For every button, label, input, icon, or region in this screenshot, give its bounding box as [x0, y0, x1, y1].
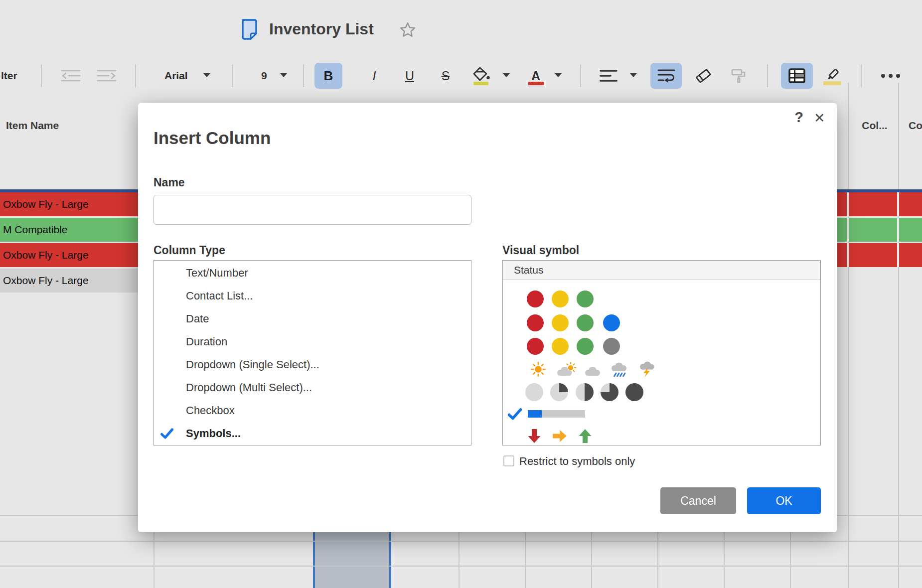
- column-type-option-checkbox[interactable]: Checkbox: [154, 399, 471, 422]
- sheet-row-cells[interactable]: [837, 218, 922, 242]
- symbol-yellow-circle[interactable]: [552, 291, 569, 307]
- cell-item-name: M Compatible: [0, 224, 68, 236]
- font-size-select[interactable]: 9: [261, 70, 267, 82]
- symbol-harvey-empty[interactable]: [525, 383, 543, 401]
- more-options-ellipsis-icon[interactable]: [881, 74, 900, 78]
- progress-bar-fill: [528, 410, 542, 418]
- symbol-rainy-icon[interactable]: [609, 361, 629, 377]
- toolbar-divider: [767, 64, 768, 87]
- symbol-up-arrow-green[interactable]: [579, 429, 592, 443]
- grid-column-line: [154, 532, 154, 588]
- symbol-set-selector[interactable]: Status: [503, 261, 820, 280]
- column-type-option-contact-list[interactable]: Contact List...: [154, 285, 471, 307]
- eraser-icon[interactable]: [695, 69, 711, 83]
- grid-column-line: [657, 532, 658, 588]
- toolbar-divider: [580, 64, 581, 87]
- symbol-harvey-full[interactable]: [625, 383, 643, 401]
- paint-roller-icon[interactable]: [731, 68, 746, 84]
- cancel-button[interactable]: Cancel: [660, 487, 736, 514]
- strikethrough-button[interactable]: S: [439, 68, 453, 84]
- column-type-list: Text/Number Contact List... Date Duratio…: [154, 260, 471, 445]
- smartsheet-app: Inventory List lter Arial 9 B I: [0, 0, 922, 588]
- bold-button[interactable]: B: [314, 63, 342, 89]
- help-icon[interactable]: ?: [792, 109, 806, 126]
- font-size-caret-icon[interactable]: [280, 73, 287, 77]
- highlighter-icon[interactable]: [824, 65, 840, 80]
- indent-icon[interactable]: [97, 69, 117, 82]
- grid-column-line: [898, 83, 899, 588]
- grid-column-line: [525, 532, 526, 588]
- column-type-option-dropdown-single[interactable]: Dropdown (Single Select)...: [154, 353, 471, 376]
- italic-button[interactable]: I: [367, 68, 381, 84]
- symbol-red-circle[interactable]: [527, 291, 544, 307]
- symbol-down-arrow-red[interactable]: [528, 429, 541, 443]
- sheet-row-cells[interactable]: [837, 192, 922, 216]
- symbol-sunny-icon[interactable]: [531, 362, 546, 377]
- grid-column-line: [459, 532, 460, 588]
- text-color-swatch: [528, 82, 544, 85]
- symbol-yellow-circle[interactable]: [552, 338, 569, 355]
- bold-label: B: [324, 68, 333, 84]
- font-family-select[interactable]: Arial: [164, 70, 188, 82]
- symbol-partly-cloudy-icon[interactable]: [555, 362, 578, 377]
- fill-color-caret-icon[interactable]: [503, 73, 510, 77]
- column-type-option-symbols[interactable]: Symbols...: [154, 422, 471, 445]
- symbol-harvey-three-quarter[interactable]: [601, 383, 618, 401]
- sheet-row-selected[interactable]: Oxbow Fly - Large: [0, 269, 138, 293]
- sheet-row[interactable]: Oxbow Fly - Large: [0, 243, 138, 267]
- column-header-co[interactable]: Co: [909, 120, 922, 132]
- underline-button[interactable]: U: [403, 68, 417, 84]
- dialog-title: Insert Column: [154, 128, 271, 148]
- column-type-option-dropdown-multi[interactable]: Dropdown (Multi Select)...: [154, 376, 471, 399]
- align-caret-icon[interactable]: [630, 73, 637, 77]
- symbol-green-circle[interactable]: [577, 291, 594, 307]
- wrap-text-button[interactable]: [650, 63, 682, 89]
- text-color-caret-icon[interactable]: [555, 73, 562, 77]
- insert-column-dialog: ? ✕ Insert Column Name Column Type Text/…: [138, 103, 837, 532]
- column-header-col[interactable]: Col...: [853, 120, 896, 132]
- symbol-harvey-quarter[interactable]: [550, 383, 568, 401]
- visual-symbol-label: Visual symbol: [502, 244, 579, 257]
- symbol-progress-bar[interactable]: [528, 410, 585, 418]
- symbol-harvey-half[interactable]: [576, 383, 594, 401]
- sheet-title[interactable]: Inventory List: [269, 20, 374, 38]
- align-left-icon[interactable]: [600, 69, 617, 82]
- font-family-caret-icon[interactable]: [203, 73, 210, 77]
- highlight-color-swatch: [823, 81, 841, 85]
- fill-color-icon[interactable]: [472, 66, 490, 81]
- column-name-input[interactable]: [154, 195, 471, 225]
- ok-button[interactable]: OK: [747, 487, 821, 514]
- cell-grid-button[interactable]: [781, 63, 813, 89]
- visual-symbol-panel: Status: [502, 260, 821, 445]
- symbol-green-circle[interactable]: [577, 314, 594, 331]
- sheet-row-cells[interactable]: [837, 243, 922, 267]
- column-type-option-duration[interactable]: Duration: [154, 330, 471, 353]
- symbol-stormy-icon[interactable]: [637, 361, 657, 378]
- grid-column-line: [790, 532, 791, 588]
- grid-row-line: [0, 566, 922, 567]
- outdent-icon[interactable]: [61, 69, 81, 82]
- sheet-row[interactable]: Oxbow Fly - Large: [0, 192, 138, 216]
- filter-button-label[interactable]: lter: [1, 70, 17, 82]
- symbol-red-circle[interactable]: [527, 314, 544, 331]
- column-header-item-name[interactable]: Item Name: [6, 120, 59, 132]
- grid-column-line: [724, 532, 725, 588]
- fill-color-swatch: [473, 82, 488, 85]
- symbol-cloudy-icon[interactable]: [583, 364, 602, 377]
- grid-column-line: [591, 532, 592, 588]
- favorite-star-icon[interactable]: [400, 22, 416, 37]
- restrict-symbols-label: Restrict to symbols only: [519, 455, 635, 467]
- restrict-symbols-checkbox[interactable]: [503, 455, 514, 466]
- column-type-option-text-number[interactable]: Text/Number: [154, 262, 471, 285]
- symbol-red-circle[interactable]: [527, 338, 544, 355]
- symbol-yellow-circle[interactable]: [552, 314, 569, 331]
- symbol-green-circle[interactable]: [577, 338, 594, 355]
- symbol-right-arrow-orange[interactable]: [552, 430, 567, 442]
- symbol-gray-circle[interactable]: [603, 338, 620, 355]
- symbol-blue-circle[interactable]: [603, 314, 620, 331]
- toolbar-divider: [232, 64, 233, 87]
- sheet-row[interactable]: M Compatible: [0, 218, 138, 242]
- close-icon[interactable]: ✕: [814, 110, 825, 126]
- toolbar-divider: [135, 64, 136, 87]
- column-type-option-date[interactable]: Date: [154, 307, 471, 330]
